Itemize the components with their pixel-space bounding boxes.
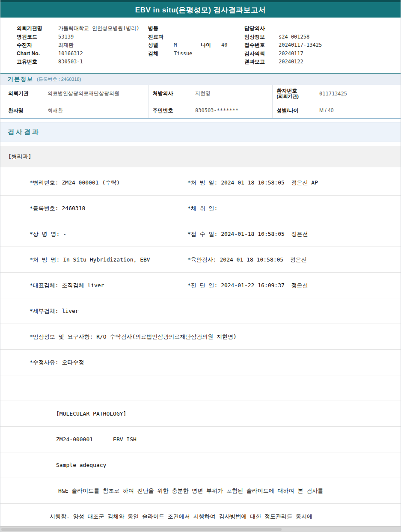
result-row-clinical-request: *임상정보 및 요구사항: R/O 수탁검사(의료법인삼광의료재단삼광의원-지현…	[0, 324, 401, 350]
result-left-text: *상 병 명: -	[0, 230, 66, 238]
test-request-date-row: 검사의뢰 20240117	[244, 50, 401, 58]
result-left-text: *세부검체: liver	[0, 307, 79, 315]
specimen-value: Tissue	[174, 50, 192, 58]
receipt-no-label: 접수번호	[244, 41, 279, 50]
receipt-no-row: 접수번호 20240117-13425	[244, 41, 401, 50]
age-value: 40	[221, 41, 227, 50]
basic-info-row-1: 의뢰기관 의료법인삼광의료재단삼광의원 처방의사 지현영 환자번호 (의뢰기관)…	[0, 85, 401, 103]
requesting-org-value: 가톨릭대학교 인천성모병원(병리)	[58, 24, 140, 33]
ward-row: 병동	[148, 24, 244, 33]
basic-info-subtitle: (등록번호 : 2460318)	[37, 76, 81, 83]
prescribing-doctor-value: 지현영	[191, 85, 272, 103]
resident-no-label: 주민번호	[148, 103, 191, 119]
sex-age-row: 성별 M 나이 40	[148, 41, 244, 50]
patient-header-col-right: 담당의사 임상정보 s24-001258 접수번호 20240117-13425…	[244, 24, 401, 73]
patient-name-label: 환자명	[0, 103, 40, 119]
horizontal-scrollbar[interactable]	[0, 526, 401, 532]
attending-doctor-row: 담당의사	[244, 24, 401, 33]
chart-no-row: Chart No. 10166312	[17, 50, 148, 58]
attending-doctor-label: 담당의사	[244, 24, 279, 33]
results-section-title: 검사결과	[8, 128, 40, 136]
sex-label: 성별	[148, 41, 174, 50]
result-row-blank	[0, 375, 401, 401]
result-left-text: *처 방 명: In Situ Hybridization, EBV	[0, 256, 150, 264]
hospital-code-label: 병원코드	[17, 33, 58, 42]
unique-no-row: 고유번호 830503-1	[17, 58, 148, 66]
clinical-info-row: 임상정보 s24-001258	[244, 33, 401, 42]
patient-header: 의뢰기관명 가톨릭대학교 인천성모병원(병리) 병원코드 53139 수진자 최…	[0, 18, 401, 73]
result-report-date-label: 결과보고	[244, 58, 279, 66]
chart-no-value: 10166312	[58, 50, 83, 58]
hospital-code-row: 병원코드 53139	[17, 33, 148, 42]
resident-no-value: 830503-*******	[191, 103, 272, 119]
patient-header-col-middle: 병동 진료과 성별 M 나이 40 검체 Tissue	[148, 24, 244, 73]
chart-no-label: Chart No.	[17, 50, 58, 58]
result-right-text: *육안검사: 2024-01-18 10:58:05 정은선	[187, 256, 307, 264]
clinical-info-label: 임상정보	[244, 33, 279, 42]
result-row-representative-specimen: *대표검체: 조직검체 liver *진 단 일: 2024-01-22 16:…	[0, 273, 401, 298]
specimen-row: 검체 Tissue	[148, 50, 244, 58]
patient-no-label: 환자번호 (의뢰기관)	[272, 85, 319, 103]
department-banner: [병리과]	[0, 146, 401, 167]
result-right-text: *진 단 일: 2024-01-22 16:09:37 정은선	[187, 282, 308, 289]
result-report-date-row: 결과보고 20240122	[244, 58, 401, 66]
result-row-sample-adequacy: Sample adequacy	[0, 452, 401, 478]
result-right-text: *처 방 일: 2024-01-18 10:58:05 정은선 AP	[187, 179, 318, 187]
patient-name-value: 최재환	[40, 103, 148, 119]
sex-age-combined-label: 성별/나이	[272, 103, 319, 119]
result-row-paragraph-2: 시행함. 양성 대조군 검체와 동일 슬라이드 조건에서 시행하여 검사방법에 …	[0, 504, 401, 529]
requesting-org-row: 의뢰기관명 가톨릭대학교 인천성모병원(병리)	[17, 24, 148, 33]
ward-label: 병동	[148, 24, 174, 33]
examinee-label: 수진자	[17, 41, 58, 50]
result-left-text: H&E 슬라이드를 참조로 하여 진단을 위한 충분한 병변 부위가 포함된 슬…	[0, 487, 323, 495]
result-row-pathology-no: *병리번호: ZM24-000001 (수탁) *처 방 일: 2024-01-…	[0, 170, 401, 196]
patient-no-label-line2: (의뢰기관)	[277, 94, 320, 99]
referring-org-value: 의료법인삼광의료재단삼광의원	[40, 85, 148, 103]
result-row-revision-reason: *수정사유: 오타수정	[0, 350, 401, 375]
basic-info-title: 기본정보	[8, 75, 33, 83]
report-title-band: EBV in situ(은평성모) 검사결과보고서	[0, 2, 401, 18]
result-row-diagnosis-name: *상 병 명: - *접 수 일: 2024-01-18 10:58:05 정은…	[0, 221, 401, 247]
result-row-detail-specimen: *세부검체: liver	[0, 298, 401, 324]
prescribing-doctor-label: 처방의사	[148, 85, 191, 103]
department-row: 진료과	[148, 33, 244, 42]
sex-age-combined-value: M / 40	[319, 103, 401, 119]
age-label: 나이	[201, 41, 221, 50]
unique-no-value: 830503-1	[58, 58, 83, 66]
result-left-text: [MOLECULAR PATHOLOGY]	[0, 410, 126, 417]
result-row-case-id: ZM24-000001 EBV ISH	[0, 427, 401, 452]
patient-no-value: 011713425	[319, 85, 401, 103]
result-right-text: *접 수 일: 2024-01-18 10:58:05 정은선	[187, 230, 308, 238]
result-left-text: *병리번호: ZM24-000001 (수탁)	[0, 179, 120, 187]
basic-info-row-2: 환자명 최재환 주민번호 830503-******* 성별/나이 M / 40	[0, 103, 401, 119]
result-row-order-name: *처 방 명: In Situ Hybridization, EBV *육안검사…	[0, 247, 401, 273]
result-left-text: *수정사유: 오타수정	[0, 359, 84, 366]
results-block: *병리번호: ZM24-000001 (수탁) *처 방 일: 2024-01-…	[0, 170, 401, 529]
examinee-row: 수진자 최재환	[17, 41, 148, 50]
result-right-text: *채 취 일:	[187, 205, 217, 212]
result-row-paragraph-1: H&E 슬라이드를 참조로 하여 진단을 위한 충분한 병변 부위가 포함된 슬…	[0, 478, 401, 504]
result-row-registration-no: *등록번호: 2460318 *채 취 일:	[0, 196, 401, 221]
results-section-header: 검사결과	[0, 122, 401, 142]
result-left-text: 시행함. 양성 대조군 검체와 동일 슬라이드 조건에서 시행하여 검사방법에 …	[0, 513, 312, 520]
report-title: EBV in situ(은평성모) 검사결과보고서	[135, 5, 266, 15]
result-row-molecular-pathology-heading: [MOLECULAR PATHOLOGY]	[0, 401, 401, 427]
unique-no-label: 고유번호	[17, 58, 58, 66]
basic-info-section-header: 기본정보 (등록번호 : 2460318)	[0, 73, 401, 85]
department-label: 진료과	[148, 33, 174, 42]
basic-info-table: 의뢰기관 의료법인삼광의료재단삼광의원 처방의사 지현영 환자번호 (의뢰기관)…	[0, 85, 401, 119]
result-left-text: *등록번호: 2460318	[0, 205, 85, 212]
examinee-value: 최재환	[58, 41, 74, 50]
referring-org-label: 의뢰기관	[0, 85, 40, 103]
specimen-label: 검체	[148, 50, 174, 58]
result-left-text: Sample adequacy	[0, 462, 106, 468]
patient-header-col-left: 의뢰기관명 가톨릭대학교 인천성모병원(병리) 병원코드 53139 수진자 최…	[17, 24, 148, 73]
patient-no-label-line1: 환자번호	[277, 88, 320, 94]
result-left-text: *임상정보 및 요구사항: R/O 수탁검사(의료법인삼광의료재단삼광의원-지현…	[0, 333, 237, 341]
report-page: EBV in situ(은평성모) 검사결과보고서 의뢰기관명 가톨릭대학교 인…	[0, 0, 401, 532]
result-left-text: *대표검체: 조직검체 liver	[0, 282, 104, 289]
receipt-no-value: 20240117-13425	[279, 41, 322, 50]
result-report-date-value: 20240122	[279, 58, 303, 66]
clinical-info-value: s24-001258	[279, 33, 309, 42]
horizontal-scrollbar-thumb[interactable]	[1, 528, 282, 531]
